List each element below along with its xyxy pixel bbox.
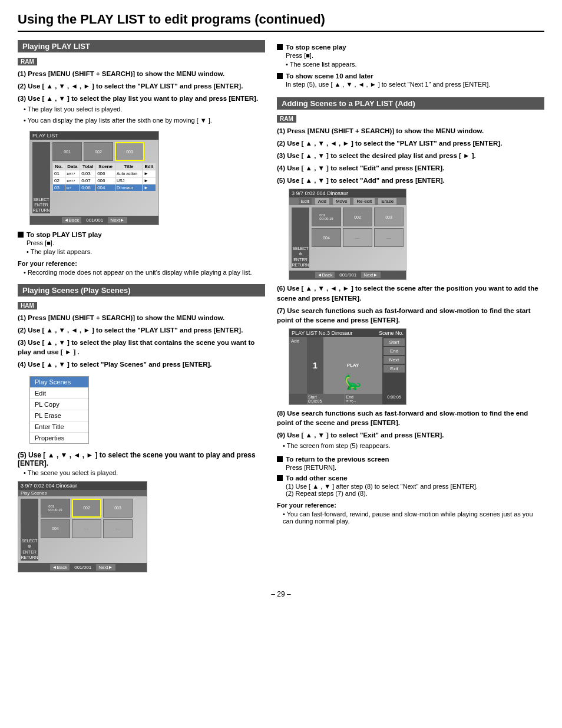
add-thumb-002: 002 [343, 207, 372, 226]
reference-note-2: You can fast-forward, rewind, pause and … [283, 510, 544, 525]
right-column: To stop scene play Press [■]. The scene … [277, 40, 544, 578]
next-button[interactable]: Next [384, 356, 405, 364]
step-1-scenes: (1) Press [MENU (SHIFT + SEARCH)] to sho… [18, 313, 265, 322]
menu-item-enter-title[interactable]: Enter Title [30, 421, 88, 433]
play-list-steps: (1) Press [MENU (SHIFT + SEARCH)] to sho… [18, 69, 265, 125]
menu-item-pl-copy[interactable]: PL Copy [30, 399, 88, 410]
step-4-scenes: (4) Use [ ▲ , ▼ ] to select "Play Scenes… [18, 360, 265, 369]
add-thumb-empty-2: --- [374, 228, 404, 247]
play-scenes-subtitle: Play Scenes [18, 490, 147, 496]
section-header-scenes: Playing Scenes (Play Scenes) [18, 284, 265, 297]
thumb-s004: 004 [41, 519, 70, 538]
add-screen-top-bar: 3 9/7 0:02 004 Dinosaur [289, 189, 406, 197]
add-thumb-001: 00100:00:19 [312, 207, 341, 226]
thumb-row-1: 00100:00:19 002 003 [41, 499, 144, 518]
step3-note-2: You can display the play lists after the… [24, 116, 265, 125]
step-5-scenes: (5) Use [ ▲ , ▼ , ◄ , ► ] to select the … [18, 451, 256, 467]
play-list-table: No.DataTotalSceneTitleEdit 011/8770:0300… [52, 163, 156, 192]
screen-nav-play-list: ◄Back 001/001 Next► [30, 216, 158, 225]
step3-note-1: The play list you select is played. [24, 105, 265, 114]
stop-play-list-note: The play list appears. [27, 248, 265, 255]
erase-btn[interactable]: Erase [378, 198, 396, 205]
add-step-1: (1) Press [MENU (SHIFT + SEARCH)] to sho… [277, 126, 544, 136]
reference-note-1: Recording mode does not appear on the un… [24, 269, 265, 276]
step5-note: The scene you select is played. [24, 469, 265, 476]
ram-badge-2: RAM [277, 115, 296, 123]
stop-play-list-title: To stop PLAY LIST play [18, 231, 265, 238]
add-other-step-2: (2) Repeat steps (7) and (8). [286, 490, 544, 497]
menu-item-play-scenes[interactable]: Play Scenes [30, 377, 88, 388]
next-btn-2[interactable]: Next► [96, 564, 115, 571]
play-scenes-nav: ◄Back 001/001 Next► [18, 563, 147, 572]
end-button[interactable]: End [384, 347, 405, 355]
section-playing-play-list: Playing PLAY LIST RAM (1) Press [MENU (S… [18, 40, 265, 276]
add-step-9: (9) Use [ ▲ , ▼ ] to select "Exit" and p… [277, 430, 544, 450]
next-btn[interactable]: Next► [108, 217, 127, 223]
play-scenes-sidebar: SELECT ⊕ ENTER RETURN [21, 499, 38, 561]
thumb-s001: 00100:00:19 [41, 499, 70, 518]
thumb-001: 001 [52, 142, 82, 161]
back-btn-2[interactable]: ◄Back [50, 564, 70, 571]
show-scene-10-title: To show scene 10 and later [277, 73, 544, 80]
thumb-003: 003 [115, 142, 144, 161]
thumb-s003: 003 [103, 499, 133, 518]
stop-scene-text: Press [■]. [286, 52, 544, 59]
start-button[interactable]: Start [384, 338, 405, 346]
add-steps: (1) Press [MENU (SHIFT + SEARCH)] to sho… [277, 126, 544, 185]
scene-no-display: 0:00:05 [382, 394, 406, 404]
thumb-row-2: 004 --- --- [41, 519, 144, 538]
screen-top-bar: PLAY LIST [30, 131, 158, 140]
menu-item-edit[interactable]: Edit [30, 388, 88, 399]
add-other-title: To add other scene [277, 475, 544, 482]
back-btn-add[interactable]: ◄Back [315, 272, 335, 278]
scene-buttons-panel: Start End Next Exit [382, 337, 406, 394]
section-header-add: Adding Scenes to a PLAY LIST (Add) [277, 97, 544, 110]
return-title: To return to the previous screen [277, 456, 544, 463]
scene-time-bar: Start 0:00:05 End =:=:-- 0:00:05 [289, 394, 406, 404]
return-section: To return to the previous screen Press [… [277, 456, 544, 497]
start-time-label: Start [308, 395, 343, 399]
reference-section-1: For your reference: Recording mode does … [18, 260, 265, 276]
bullet-icon-stop [18, 232, 24, 238]
re-edit-btn[interactable]: Re-edit [353, 198, 375, 205]
stop-scene-title: To stop scene play [277, 44, 544, 51]
add-step-5: (5) Use [ ▲ , ▼ ] to select "Add" and pr… [277, 176, 544, 185]
add-step-7: (7) Use search functions such as fast-fo… [277, 306, 544, 325]
step-3-scenes: (3) Use [ ▲ , ▼ ] to select the play lis… [18, 338, 265, 357]
stop-play-list-text: Press [■]. [27, 239, 265, 246]
screen-sidebar: SELECT ENTER RETURN [32, 142, 50, 213]
back-btn[interactable]: ◄Back [62, 217, 82, 223]
add-thumb-row-2: 004 --- --- [312, 228, 404, 247]
scene-top-bar: PLAY LIST No.3 Dinosaur Scene No. [289, 329, 406, 337]
add-btn[interactable]: Add [315, 198, 329, 205]
right-top-section: To stop scene play Press [■]. The scene … [277, 44, 544, 88]
step9-note: The screen from step (5) reappears. [283, 442, 544, 450]
exit-button[interactable]: Exit [384, 365, 405, 373]
scene-number: 1 [307, 337, 323, 394]
bullet-icon-show-scene [277, 73, 283, 79]
add-screen-sidebar: SELECT ⊕ ENTER RETURN [292, 207, 309, 268]
thumbnail-row-top: 001 002 003 [52, 142, 156, 161]
stop-play-list-section: To stop PLAY LIST play Press [■]. The pl… [18, 231, 265, 255]
menu-item-pl-erase[interactable]: PL Erase [30, 410, 88, 421]
page-number: – 29 – [271, 590, 290, 598]
thumb-empty-1: --- [72, 519, 101, 538]
thumb-002: 002 [84, 142, 113, 161]
add-other-step-1: (1) Use [ ▲ , ▼ ] after step (8) to sele… [286, 483, 544, 490]
section-header-play-list: Playing PLAY LIST [18, 40, 265, 52]
play-list-screen: PLAY LIST SELECT ENTER RETURN 00 [29, 131, 159, 225]
section-playing-scenes: Playing Scenes (Play Scenes) HAM (1) Pre… [18, 284, 265, 572]
menu-item-properties[interactable]: Properties [30, 433, 88, 443]
next-btn-add[interactable]: Next► [361, 272, 380, 278]
play-scenes-top-bar: 3 9/7 0:02 004 Dinosaur [18, 482, 147, 490]
dino-icon: 🦕 [344, 374, 362, 391]
add-step-4: (4) Use [ ▲ , ▼ ] to select "Edit" and p… [277, 163, 544, 173]
reference-title-2: For your reference: [277, 502, 544, 509]
add-thumb-004: 004 [312, 228, 341, 247]
add-step-8: (8) Use search functions such as fast-fo… [277, 409, 544, 427]
bullet-icon-return [277, 456, 283, 462]
move-btn[interactable]: Move [333, 198, 351, 205]
scene-subtitle: Add [291, 338, 305, 344]
page-title: Using the PLAY LIST to edit programs (co… [18, 12, 544, 32]
bullet-icon-stop-scene [277, 44, 283, 50]
